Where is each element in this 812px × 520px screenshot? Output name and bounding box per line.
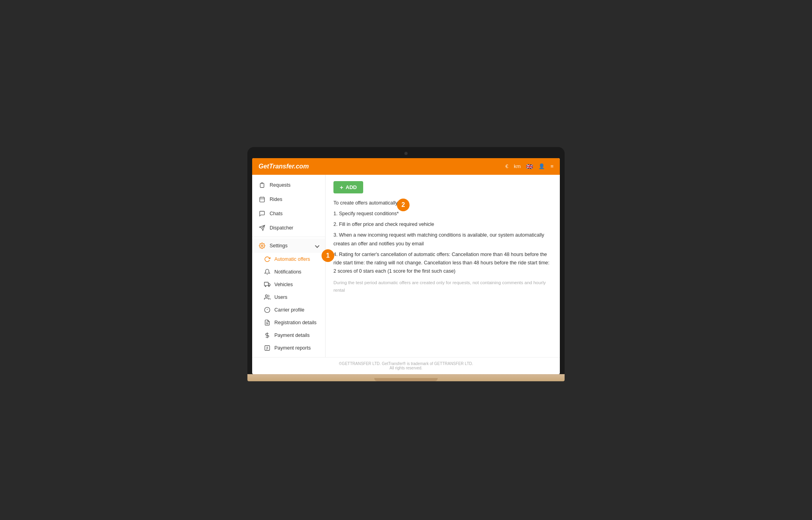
instructions-block: To create offers automatically: 1. Speci…	[333, 199, 552, 294]
header-icons: € km 🇬🇧 👤 ≡	[506, 163, 553, 170]
auto-offers-label: Automatic offers	[274, 256, 310, 262]
app-logo: GetTransfer.com	[259, 163, 309, 170]
instructions-intro: To create offers automatically:	[333, 199, 552, 207]
add-button[interactable]: + ADD	[333, 181, 363, 193]
plus-icon: +	[340, 184, 343, 191]
footer-line1: ©GETTRANSFER LTD. GetTransfer® is tradem…	[256, 361, 556, 366]
svg-rect-4	[264, 282, 268, 286]
unit-toggle[interactable]: km	[514, 163, 521, 169]
svg-point-3	[261, 245, 263, 247]
requests-label: Requests	[270, 182, 291, 188]
currency-toggle[interactable]: €	[506, 163, 508, 169]
requests-icon	[259, 182, 266, 189]
notifications-icon	[264, 269, 270, 275]
sidebar-item-dispatcher[interactable]: Dispatcher	[252, 221, 325, 235]
sidebar-item-carrier-profile[interactable]: Carrier profile	[252, 304, 325, 316]
sidebar: Requests Rides	[252, 175, 326, 357]
hamburger-menu-icon[interactable]: ≡	[550, 163, 553, 169]
instructions-note: During the test period automatic offers …	[333, 279, 552, 294]
rides-label: Rides	[270, 197, 282, 202]
chats-icon	[259, 210, 266, 217]
dispatcher-label: Dispatcher	[270, 225, 293, 231]
svg-point-5	[265, 295, 267, 297]
sidebar-item-rides[interactable]: Rides	[252, 192, 325, 206]
sidebar-item-settings[interactable]: Settings	[252, 239, 325, 253]
sidebar-item-documents[interactable]: Documents	[252, 354, 325, 357]
dispatcher-icon	[259, 224, 266, 231]
payment-reports-label: Payment reports	[274, 345, 311, 351]
instruction-step-1: 1. Specify request conditions*	[333, 210, 552, 218]
settings-label: Settings	[270, 243, 287, 249]
sidebar-item-chats[interactable]: Chats	[252, 206, 325, 221]
sidebar-item-automatic-offers[interactable]: Automatic offers	[252, 253, 325, 266]
payment-icon	[264, 332, 270, 338]
settings-chevron-icon	[315, 243, 319, 248]
auto-offers-icon	[264, 256, 270, 262]
users-icon	[264, 294, 270, 300]
app-body: 1 2 Requests	[252, 175, 560, 357]
add-button-label: ADD	[346, 184, 357, 190]
sidebar-item-notifications[interactable]: Notifications	[252, 266, 325, 278]
laptop-base	[247, 374, 565, 381]
users-label: Users	[274, 294, 287, 300]
registration-icon	[264, 319, 270, 326]
instruction-step-4: 4. Rating for carrier's cancellation of …	[333, 250, 552, 276]
vehicles-label: Vehicles	[274, 282, 293, 287]
chats-label: Chats	[270, 211, 283, 216]
reports-icon	[264, 345, 270, 351]
user-icon[interactable]: 👤	[538, 163, 545, 169]
footer-line2: All rights reserved.	[256, 366, 556, 370]
annotation-2: 2	[397, 199, 410, 211]
carrier-profile-label: Carrier profile	[274, 307, 304, 313]
settings-submenu: Automatic offers Notifications	[252, 253, 325, 357]
sidebar-item-payment-details[interactable]: Payment details	[252, 329, 325, 342]
notifications-label: Notifications	[274, 269, 301, 275]
sidebar-divider	[252, 237, 325, 237]
sidebar-item-registration-details[interactable]: Registration details	[252, 316, 325, 329]
main-content: + ADD To create offers automatically: 1.…	[326, 175, 560, 357]
payment-details-label: Payment details	[274, 333, 310, 338]
instruction-step-3: 3. When a new incoming request with matc…	[333, 231, 552, 248]
registration-details-label: Registration details	[274, 320, 316, 325]
sidebar-item-vehicles[interactable]: Vehicles	[252, 278, 325, 291]
vehicles-icon	[264, 281, 270, 288]
app-header: GetTransfer.com € km 🇬🇧 👤 ≡	[252, 158, 560, 175]
sidebar-item-users[interactable]: Users	[252, 291, 325, 304]
svg-rect-0	[260, 197, 264, 202]
instruction-step-2: 2. Fill in offer price and check require…	[333, 220, 552, 229]
carrier-icon	[264, 307, 270, 313]
laptop-camera	[404, 152, 408, 155]
sidebar-item-payment-reports[interactable]: Payment reports	[252, 342, 325, 354]
app-footer: ©GETTRANSFER LTD. GetTransfer® is tradem…	[252, 357, 560, 374]
language-toggle[interactable]: 🇬🇧	[526, 163, 533, 170]
rides-icon	[259, 196, 266, 203]
settings-icon	[259, 242, 266, 249]
annotation-1: 1	[322, 249, 334, 262]
sidebar-item-requests[interactable]: Requests	[252, 178, 325, 192]
